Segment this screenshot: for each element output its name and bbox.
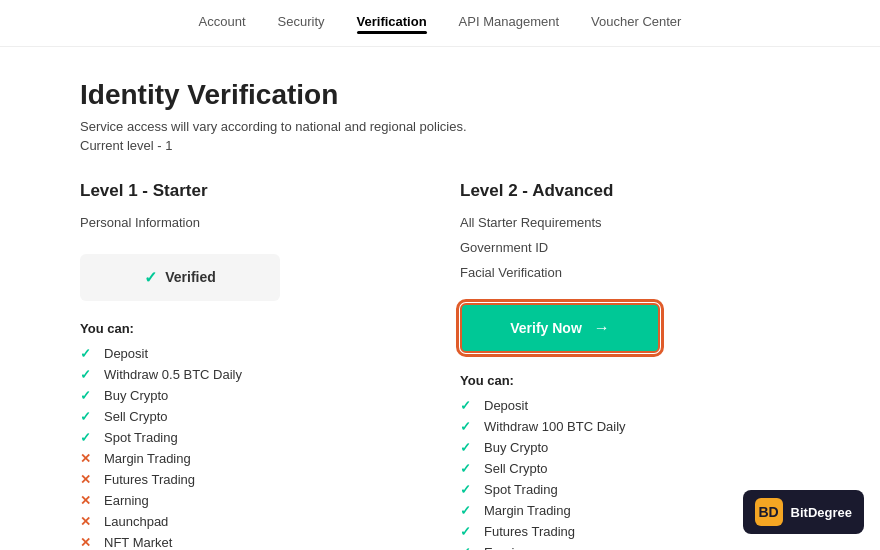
cross-icon: ✕ [80, 451, 94, 466]
feature-label: Buy Crypto [104, 388, 168, 403]
list-item: ✓ Deposit [460, 398, 800, 413]
level1-title: Level 1 - Starter [80, 181, 420, 201]
list-item: ✓ Withdraw 0.5 BTC Daily [80, 367, 420, 382]
bitdegree-badge: BD BitDegree [743, 490, 864, 534]
list-item: ✓ Sell Crypto [80, 409, 420, 424]
feature-label: Deposit [104, 346, 148, 361]
list-item: ✓ Earning [460, 545, 800, 550]
list-item: ✓ Deposit [80, 346, 420, 361]
list-item: ✓ Buy Crypto [80, 388, 420, 403]
verified-label: Verified [165, 269, 216, 285]
feature-label: Launchpad [104, 514, 168, 529]
cross-icon: ✕ [80, 514, 94, 529]
list-item: ✕ NFT Market [80, 535, 420, 550]
feature-label: Withdraw 0.5 BTC Daily [104, 367, 242, 382]
feature-label: Spot Trading [104, 430, 178, 445]
check-icon: ✓ [460, 461, 474, 476]
main-content: Identity Verification Service access wil… [0, 47, 880, 550]
check-icon: ✓ [80, 430, 94, 445]
verified-check-icon: ✓ [144, 268, 157, 287]
feature-label: Futures Trading [104, 472, 195, 487]
list-item: ✕ Launchpad [80, 514, 420, 529]
level-columns: Level 1 - Starter Personal Information ✓… [80, 181, 800, 550]
check-icon: ✓ [460, 482, 474, 497]
list-item: ✓ Withdraw 100 BTC Daily [460, 419, 800, 434]
cross-icon: ✕ [80, 493, 94, 508]
list-item: ✓ Sell Crypto [460, 461, 800, 476]
current-level-label: Current level - 1 [80, 138, 800, 153]
check-icon: ✓ [80, 367, 94, 382]
check-icon: ✓ [460, 398, 474, 413]
feature-label: Sell Crypto [484, 461, 548, 476]
level1-req-0: Personal Information [80, 213, 420, 234]
arrow-icon: → [594, 319, 610, 337]
level1-column: Level 1 - Starter Personal Information ✓… [80, 181, 420, 550]
list-item: ✕ Earning [80, 493, 420, 508]
feature-label: Deposit [484, 398, 528, 413]
check-icon: ✓ [460, 419, 474, 434]
feature-label: Sell Crypto [104, 409, 168, 424]
check-icon: ✓ [460, 440, 474, 455]
list-item: ✓ Spot Trading [80, 430, 420, 445]
verify-now-button[interactable]: Verify Now → [460, 303, 660, 353]
list-item: ✓ Buy Crypto [460, 440, 800, 455]
check-icon: ✓ [80, 388, 94, 403]
feature-label: Earning [484, 545, 529, 550]
feature-label: Buy Crypto [484, 440, 548, 455]
check-icon: ✓ [80, 409, 94, 424]
check-icon: ✓ [80, 346, 94, 361]
list-item: ✕ Margin Trading [80, 451, 420, 466]
level2-you-can-title: You can: [460, 373, 800, 388]
bitdegree-logo: BD [755, 498, 783, 526]
level2-title: Level 2 - Advanced [460, 181, 800, 201]
cross-icon: ✕ [80, 472, 94, 487]
level2-req-1: Government ID [460, 238, 800, 259]
verified-button: ✓ Verified [80, 254, 280, 301]
list-item: ✕ Futures Trading [80, 472, 420, 487]
level1-you-can-title: You can: [80, 321, 420, 336]
feature-label: Withdraw 100 BTC Daily [484, 419, 626, 434]
nav-account[interactable]: Account [199, 14, 246, 46]
feature-label: NFT Market [104, 535, 172, 550]
nav-security[interactable]: Security [278, 14, 325, 46]
feature-label: Earning [104, 493, 149, 508]
nav-api-management[interactable]: API Management [459, 14, 559, 46]
bitdegree-label: BitDegree [791, 505, 852, 520]
page-subtitle: Service access will vary according to na… [80, 119, 800, 134]
check-icon: ✓ [460, 503, 474, 518]
page-title: Identity Verification [80, 79, 800, 111]
level1-feature-list: ✓ Deposit ✓ Withdraw 0.5 BTC Daily ✓ Buy… [80, 346, 420, 550]
nav-verification[interactable]: Verification [357, 14, 427, 46]
nav-voucher-center[interactable]: Voucher Center [591, 14, 681, 46]
level2-req-0: All Starter Requirements [460, 213, 800, 234]
verify-now-label: Verify Now [510, 320, 582, 336]
top-navigation: Account Security Verification API Manage… [0, 0, 880, 47]
feature-label: Spot Trading [484, 482, 558, 497]
check-icon: ✓ [460, 545, 474, 550]
level2-req-2: Facial Verification [460, 263, 800, 284]
feature-label: Futures Trading [484, 524, 575, 539]
cross-icon: ✕ [80, 535, 94, 550]
check-icon: ✓ [460, 524, 474, 539]
feature-label: Margin Trading [484, 503, 571, 518]
feature-label: Margin Trading [104, 451, 191, 466]
